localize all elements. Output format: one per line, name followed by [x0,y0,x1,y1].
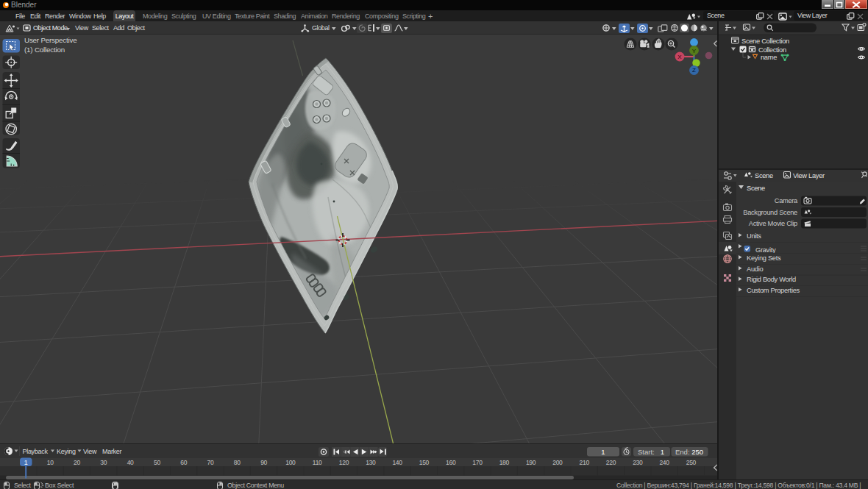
svg-text:120: 120 [339,459,349,466]
svg-text:Units: Units [747,232,761,240]
svg-text:90: 90 [260,459,267,466]
svg-text:230: 230 [633,459,643,466]
svg-text:70: 70 [207,459,214,466]
svg-text:220: 220 [606,459,616,466]
svg-text:Camera: Camera [775,197,798,204]
svg-text:170: 170 [472,459,483,466]
svg-text:160: 160 [446,459,456,466]
svg-text:250: 250 [686,459,697,466]
svg-text:190: 190 [526,459,536,466]
svg-text:60: 60 [180,459,187,466]
svg-text:Active Movie Clip: Active Movie Clip [749,220,797,227]
svg-text:10: 10 [47,459,54,466]
svg-text:130: 130 [366,459,376,466]
svg-text:Scene: Scene [755,172,773,179]
svg-text:Marker: Marker [102,448,122,455]
svg-text:Scene: Scene [747,185,765,192]
svg-text:250: 250 [691,448,703,456]
svg-text:80: 80 [234,459,241,466]
svg-text:name: name [761,54,777,61]
svg-text:Keying Sets: Keying Sets [747,254,781,262]
svg-text:1: 1 [661,448,664,456]
svg-text:1: 1 [601,448,605,456]
svg-text:140: 140 [392,459,402,466]
svg-text:Y: Y [692,48,697,54]
svg-text:30: 30 [100,459,107,466]
svg-text:Rigid Body World: Rigid Body World [747,276,796,283]
svg-text:Keying: Keying [57,448,76,455]
svg-text:Background Scene: Background Scene [743,209,797,216]
svg-text:Scene Collection: Scene Collection [741,38,789,45]
svg-text:(1) Collection: (1) Collection [24,46,65,54]
svg-text:180: 180 [499,459,510,466]
svg-text:150: 150 [419,459,430,466]
svg-text:210: 210 [580,459,590,466]
svg-text:100: 100 [285,459,296,466]
svg-text:User Perspective: User Perspective [24,36,77,44]
svg-text:Z: Z [692,67,696,74]
svg-text:View Layer: View Layer [793,172,825,179]
svg-text:Custom Properties: Custom Properties [747,287,800,294]
svg-text:110: 110 [313,459,322,466]
svg-text:200: 200 [552,459,563,466]
svg-text:Collection: Collection [758,46,786,54]
svg-text:Gravity: Gravity [755,246,776,254]
svg-text:50: 50 [154,459,160,466]
svg-text:End:: End: [675,448,690,456]
svg-text:Start:: Start: [638,448,655,456]
svg-text:X: X [677,54,682,60]
svg-text:Audio: Audio [747,265,763,273]
svg-text:Playback: Playback [23,448,49,455]
svg-text:1: 1 [24,459,28,466]
svg-text:View: View [83,448,97,455]
svg-text:240: 240 [659,459,669,466]
svg-text:20: 20 [74,459,80,466]
svg-text:40: 40 [127,459,134,466]
